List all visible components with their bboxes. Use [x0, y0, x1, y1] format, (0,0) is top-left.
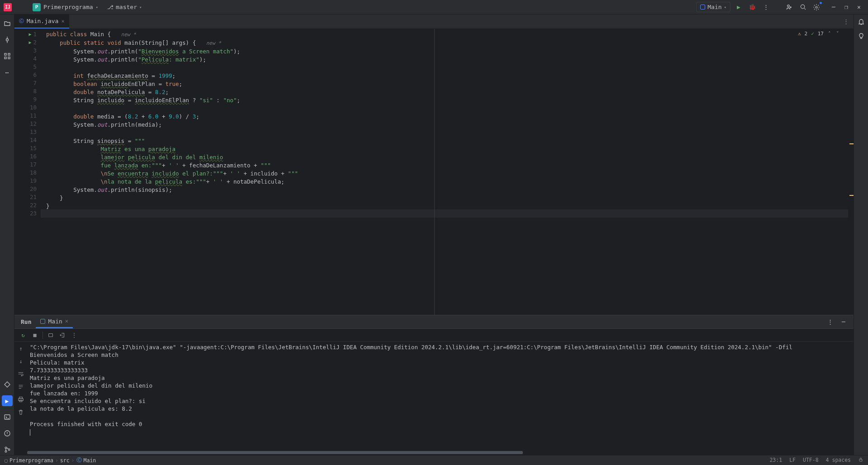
problems-tool-button[interactable] — [2, 428, 13, 439]
run-configuration-selector[interactable]: Main ▾ — [696, 2, 730, 12]
print-button[interactable] — [16, 395, 25, 404]
java-class-icon: Ⓒ — [19, 18, 24, 24]
indent-settings[interactable]: 4 spaces — [826, 457, 851, 464]
stop-button[interactable]: ■ — [30, 330, 40, 340]
project-selector[interactable]: P Primerprograma ▾ — [30, 2, 101, 12]
run-button[interactable]: ▶ — [733, 2, 744, 13]
svg-point-13 — [8, 449, 10, 451]
svg-rect-5 — [8, 53, 10, 55]
soft-wrap-button[interactable] — [16, 370, 25, 379]
svg-rect-4 — [5, 53, 6, 55]
svg-rect-9 — [5, 415, 10, 419]
structure-tool-button[interactable] — [2, 51, 13, 62]
code-content[interactable]: public class Main { new * public static … — [41, 29, 848, 212]
status-bar: ▢ Primerprograma › src › Ⓒ Main 23:1 LF … — [0, 455, 868, 465]
left-tool-rail: ⋯ ▶ — [0, 14, 14, 455]
svg-point-0 — [787, 5, 789, 6]
branch-name: master — [116, 4, 137, 10]
breadcrumb-file[interactable]: Main — [84, 457, 96, 464]
scroll-to-end-button[interactable] — [16, 382, 25, 391]
file-tab-main-java[interactable]: Ⓒ Main.java × — [14, 14, 69, 28]
run-panel-options-button[interactable]: ⋮ — [825, 317, 835, 327]
tab-options-button[interactable]: ⋮ — [839, 18, 854, 25]
hide-run-panel-button[interactable]: ─ — [838, 317, 849, 327]
run-tool-button[interactable]: ▶ — [2, 395, 13, 406]
run-config-icon — [700, 5, 705, 9]
dump-threads-button[interactable] — [46, 330, 56, 340]
code-with-me-button[interactable] — [784, 2, 795, 13]
svg-rect-18 — [859, 459, 862, 461]
breadcrumb-project[interactable]: Primerprograma — [9, 457, 53, 464]
app-logo-icon: IJ — [4, 3, 12, 11]
right-tool-rail — [854, 14, 868, 455]
run-tab-main[interactable]: Main × — [36, 315, 73, 328]
run-side-toolbar: ↑ ↓ — [14, 342, 27, 451]
scroll-up-button[interactable]: ↑ — [16, 344, 25, 353]
svg-rect-14 — [49, 333, 53, 337]
project-icon: P — [33, 3, 41, 11]
navigation-bar[interactable]: ▢ Primerprograma › src › Ⓒ Main — [5, 457, 96, 464]
caret-position[interactable]: 23:1 — [769, 457, 782, 464]
ai-assistant-button[interactable] — [858, 32, 865, 41]
debug-button[interactable]: 🐞 — [747, 2, 758, 13]
settings-button[interactable] — [811, 2, 822, 13]
module-icon: ▢ — [5, 457, 8, 464]
vcs-branch-selector[interactable]: ⎇ master ▾ — [104, 3, 144, 11]
console-horizontal-scrollbar[interactable] — [27, 451, 854, 455]
more-actions-button[interactable]: ⋮ — [760, 2, 771, 13]
svg-rect-7 — [8, 57, 10, 59]
breadcrumb-folder[interactable]: src — [60, 457, 70, 464]
code-editor[interactable]: ▶1▶234567891011121314151617181920212223 … — [14, 29, 854, 315]
notifications-button[interactable] — [858, 18, 865, 27]
chevron-down-icon: ▾ — [96, 5, 98, 9]
git-tool-button[interactable] — [2, 444, 13, 455]
scroll-down-button[interactable]: ↓ — [16, 357, 25, 366]
java-class-icon: Ⓒ — [76, 457, 82, 464]
maximize-window-button[interactable]: ❐ — [841, 2, 852, 13]
chevron-down-icon: ▾ — [724, 5, 726, 9]
console-output[interactable]: "C:\Program Files\Java\jdk-17\bin\java.e… — [27, 342, 854, 451]
chevron-down-icon: ▾ — [139, 5, 142, 9]
file-encoding[interactable]: UTF-8 — [803, 457, 819, 464]
svg-point-11 — [5, 447, 7, 449]
commit-tool-button[interactable] — [2, 34, 13, 45]
rerun-button[interactable]: ↻ — [18, 330, 28, 340]
search-button[interactable] — [797, 2, 808, 13]
run-tab-label: Main — [48, 318, 62, 325]
editor-gutter[interactable]: ▶1▶234567891011121314151617181920212223 — [14, 29, 41, 315]
run-toolbar-more-button[interactable]: ⋮ — [69, 330, 79, 340]
minimize-window-button[interactable]: ─ — [828, 2, 839, 13]
svg-point-12 — [5, 451, 7, 452]
run-panel-title: Run — [16, 315, 36, 328]
run-config-name: Main — [707, 4, 721, 10]
exit-button[interactable] — [57, 330, 67, 340]
run-tool-window: Run Main × ⋮ ─ ↻ ■ — [14, 315, 854, 455]
error-stripe[interactable] — [848, 29, 854, 315]
close-tab-button[interactable]: × — [61, 18, 64, 24]
services-tool-button[interactable] — [2, 379, 13, 390]
close-window-button[interactable]: ✕ — [854, 2, 864, 13]
line-separator[interactable]: LF — [789, 457, 796, 464]
svg-point-2 — [816, 6, 817, 8]
svg-point-1 — [801, 5, 804, 8]
run-toolbar: ↻ ■ ⋮ — [14, 329, 854, 342]
svg-rect-6 — [5, 57, 6, 59]
svg-rect-17 — [19, 400, 22, 402]
editor-tabs: Ⓒ Main.java × ⋮ — [14, 14, 854, 29]
main-menu-button[interactable] — [15, 2, 26, 13]
more-tool-windows-button[interactable]: ⋯ — [2, 67, 13, 78]
project-name: Primerprograma — [43, 4, 93, 10]
clear-button[interactable] — [16, 408, 25, 417]
close-run-tab-button[interactable]: × — [65, 318, 68, 324]
project-tool-button[interactable] — [2, 18, 13, 29]
branch-icon: ⎇ — [107, 4, 114, 10]
svg-marker-8 — [5, 382, 10, 387]
titlebar: IJ P Primerprograma ▾ ⎇ master ▾ Main ▾ … — [0, 0, 868, 14]
file-tab-label: Main.java — [27, 18, 58, 24]
svg-point-3 — [6, 39, 8, 41]
terminal-tool-button[interactable] — [2, 412, 13, 422]
readonly-toggle[interactable] — [858, 457, 863, 464]
run-config-icon — [40, 319, 45, 324]
